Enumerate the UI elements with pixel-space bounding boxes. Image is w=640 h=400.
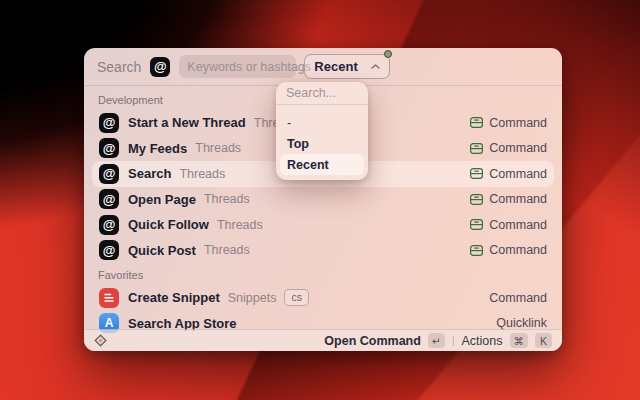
list-item-quick-follow[interactable]: @ Quick Follow Threads Command [92, 212, 554, 238]
open-command-button[interactable]: Open Command [324, 334, 421, 348]
list-item-create-snippet[interactable]: Create Snippet Snippets cs Command [92, 285, 554, 311]
sort-dropdown-button[interactable]: Recent [304, 54, 389, 79]
item-type: Command [489, 167, 547, 181]
dropdown-item-dash[interactable]: - [280, 112, 364, 133]
threads-glyph: @ [154, 59, 167, 74]
raycast-logo-icon [94, 334, 107, 347]
threads-icon: @ [99, 215, 119, 235]
snippets-icon [99, 288, 119, 308]
chevron-up-icon [371, 64, 380, 69]
alias-badge: cs [284, 289, 309, 306]
section-header-favorites: Favorites [92, 263, 554, 285]
dropdown-item-recent[interactable]: Recent [280, 154, 364, 175]
command-icon [470, 168, 483, 179]
item-title: Open Page [128, 192, 196, 207]
sort-dropdown-value: Recent [314, 59, 357, 74]
item-title: My Feeds [128, 141, 187, 156]
dropdown-item-top[interactable]: Top [280, 133, 364, 154]
threads-icon: @ [99, 240, 119, 260]
threads-icon: @ [99, 164, 119, 184]
search-placeholder: Keywords or hashtags [187, 60, 311, 74]
dropdown-search-input[interactable]: Search... [276, 82, 368, 105]
action-bar: Open Command ↵ | Actions ⌘ K [84, 329, 562, 351]
item-type: Command [489, 291, 547, 305]
item-title: Search [128, 166, 171, 181]
search-mode-label: Search [97, 59, 141, 75]
desktop: { "topbar": { "mode_label": "Search", "s… [0, 0, 640, 400]
threads-icon: @ [150, 57, 170, 77]
item-title: Start a New Thread [128, 115, 246, 130]
raycast-window: Search @ Keywords or hashtags Recent Dev… [84, 48, 562, 351]
cmd-key-badge: ⌘ [510, 333, 529, 348]
sort-dropdown-panel: Search... - Top Recent [276, 82, 368, 180]
item-subtitle: Snippets [228, 291, 277, 305]
threads-icon: @ [99, 113, 119, 133]
item-type: Command [489, 192, 547, 206]
item-subtitle: Threads [217, 218, 263, 232]
notification-dot [384, 50, 392, 58]
command-icon [470, 245, 483, 256]
item-type: Command [489, 141, 547, 155]
search-input[interactable]: Keywords or hashtags [179, 55, 296, 78]
item-type: Command [489, 218, 547, 232]
list-item-quick-post[interactable]: @ Quick Post Threads Command [92, 238, 554, 264]
command-icon [470, 219, 483, 230]
item-title: Create Snippet [128, 290, 220, 305]
k-key-badge: K [535, 333, 552, 348]
item-subtitle: Threads [204, 192, 250, 206]
list-item-open-page[interactable]: @ Open Page Threads Command [92, 187, 554, 213]
item-subtitle: Threads [204, 243, 250, 257]
threads-icon: @ [99, 189, 119, 209]
command-icon [470, 194, 483, 205]
item-title: Quick Follow [128, 217, 209, 232]
item-subtitle: Threads [179, 167, 225, 181]
item-type: Command [489, 116, 547, 130]
command-icon [470, 117, 483, 128]
command-icon [470, 143, 483, 154]
item-subtitle: Threads [195, 141, 241, 155]
threads-icon: @ [99, 138, 119, 158]
enter-key-badge: ↵ [428, 333, 445, 348]
item-title: Quick Post [128, 243, 196, 258]
item-type: Command [489, 243, 547, 257]
actions-button[interactable]: Actions [462, 334, 503, 348]
search-bar: Search @ Keywords or hashtags Recent [84, 48, 562, 86]
footer-divider: | [452, 335, 455, 346]
